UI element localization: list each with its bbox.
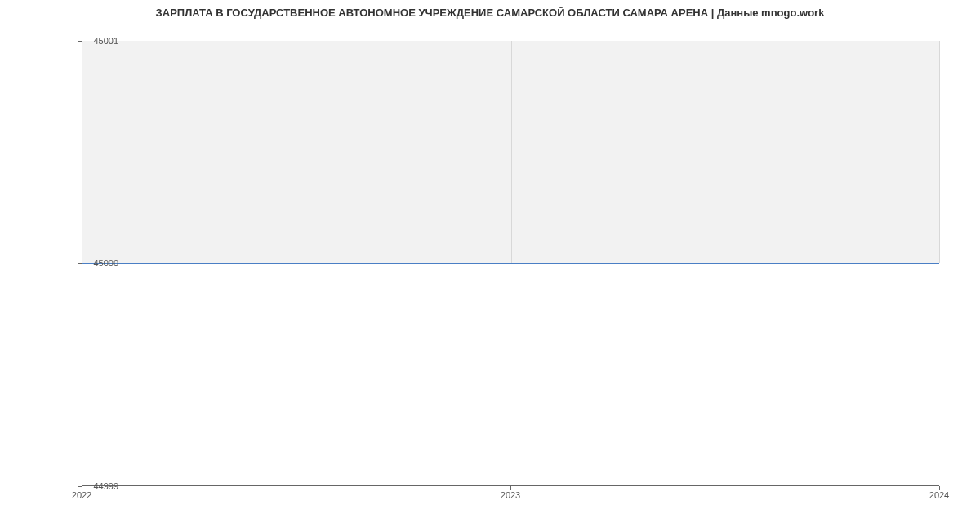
grid-line-vertical (939, 41, 940, 263)
plot-area (82, 41, 939, 486)
y-tick-label: 45001 (93, 36, 118, 46)
y-tick-mark (78, 41, 82, 42)
x-tick-label: 2022 (72, 490, 91, 500)
data-line (82, 263, 939, 264)
x-tick-label: 2023 (501, 490, 520, 500)
x-tick-mark (82, 486, 82, 490)
x-tick-mark (939, 486, 940, 490)
grid-line-vertical (511, 41, 512, 263)
y-tick-label: 44999 (93, 481, 118, 491)
x-tick-mark (510, 486, 511, 490)
chart-title: ЗАРПЛАТА В ГОСУДАРСТВЕННОЕ АВТОНОМНОЕ УЧ… (0, 0, 980, 22)
y-tick-label: 45000 (93, 258, 118, 268)
chart-container (82, 41, 939, 486)
y-tick-mark (78, 263, 82, 264)
x-tick-label: 2024 (929, 490, 949, 500)
